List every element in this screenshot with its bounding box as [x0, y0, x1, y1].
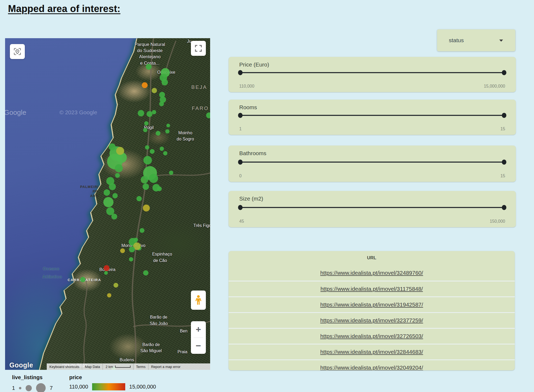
attribution-link[interactable]: Keyboard shortcuts — [47, 363, 82, 370]
listing-marker[interactable] — [159, 101, 164, 106]
slider-track[interactable] — [240, 162, 504, 163]
listing-url-link[interactable]: https://www.idealista.pt/imovel/32489760… — [320, 270, 423, 276]
listing-marker[interactable] — [165, 129, 170, 134]
listing-marker[interactable] — [129, 257, 133, 261]
listing-url-link[interactable]: https://www.idealista.pt/imovel/32377259… — [320, 317, 423, 324]
listing-marker[interactable] — [143, 156, 152, 164]
map-label-wm: Google — [5, 108, 26, 117]
listing-marker[interactable] — [144, 121, 148, 126]
listing-marker[interactable] — [138, 110, 144, 116]
slider-handle-min[interactable] — [238, 113, 243, 118]
pegman-button[interactable] — [191, 291, 206, 310]
legend-size-max: 7 — [50, 385, 53, 391]
slider-max-value: 15 — [500, 127, 505, 131]
listing-marker[interactable] — [104, 189, 110, 196]
listing-marker[interactable] — [152, 88, 157, 93]
slider-max-value: 150,000 — [490, 219, 505, 224]
slider-track[interactable] — [240, 207, 504, 208]
select-area-button[interactable] — [10, 44, 25, 59]
listing-marker[interactable] — [116, 147, 124, 155]
listing-url-link[interactable]: https://www.idealista.pt/imovel/32726503… — [320, 333, 423, 339]
listing-marker[interactable] — [143, 270, 148, 276]
listing-marker[interactable] — [140, 228, 144, 233]
map-label-big: Alentejano — [139, 54, 160, 60]
slider-track[interactable] — [240, 72, 504, 73]
listing-marker[interactable] — [143, 183, 149, 190]
attribution-label: 2 km — [105, 365, 113, 369]
listing-marker[interactable] — [80, 277, 85, 282]
listing-url-link[interactable]: https://www.idealista.pt/imovel/31175848… — [320, 286, 423, 292]
listing-marker[interactable] — [163, 151, 167, 155]
listing-marker[interactable] — [142, 82, 148, 88]
fullscreen-icon — [194, 44, 202, 52]
listing-marker[interactable] — [107, 293, 111, 297]
listing-marker[interactable] — [111, 214, 117, 219]
listing-marker[interactable] — [145, 145, 149, 150]
zoom-in-button[interactable]: + — [191, 321, 206, 338]
listing-marker[interactable] — [129, 246, 135, 252]
legend-size-circle — [26, 385, 32, 391]
slider-min-value: 1 — [239, 127, 242, 131]
slider-handle-max[interactable] — [502, 113, 506, 118]
listing-marker[interactable] — [169, 171, 173, 175]
listing-marker[interactable] — [143, 205, 150, 211]
listing-marker[interactable] — [206, 112, 210, 118]
listing-marker[interactable] — [156, 131, 160, 136]
slider-max-value: 15,000,000 — [484, 84, 505, 89]
listing-marker[interactable] — [113, 283, 118, 288]
listing-marker[interactable] — [109, 183, 116, 190]
listing-marker[interactable] — [112, 193, 118, 198]
map-label-place: Espinhaço — [152, 252, 172, 257]
status-dropdown[interactable]: status — [437, 29, 515, 51]
listing-marker[interactable] — [166, 124, 170, 127]
slider-handle-max[interactable] — [502, 205, 506, 210]
listing-marker[interactable] — [162, 79, 168, 85]
listing-marker[interactable] — [149, 174, 158, 183]
listing-marker[interactable] — [143, 128, 147, 132]
legend-price-scale: 110,000 15,000,000 — [69, 383, 156, 390]
legend-price-group: price 110,000 15,000,000 — [69, 374, 156, 392]
listing-marker[interactable] — [115, 164, 123, 172]
listing-marker[interactable] — [141, 176, 148, 183]
listing-marker[interactable] — [160, 147, 164, 151]
fullscreen-button[interactable] — [191, 41, 206, 56]
slider-track[interactable] — [240, 115, 504, 116]
attribution-link[interactable]: Terms — [133, 363, 148, 370]
status-dropdown-label: status — [449, 37, 464, 44]
legend-size-scale: 1 7 — [12, 383, 53, 392]
listing-url-link[interactable]: https://www.idealista.pt/imovel/31942587… — [320, 301, 423, 308]
listing-marker[interactable] — [115, 173, 120, 178]
slider-handle-max[interactable] — [502, 70, 506, 75]
map-canvas[interactable]: Parque Naturaldo SudoesteAlentejanoe Cos… — [5, 38, 210, 370]
listing-marker[interactable] — [157, 186, 162, 191]
listing-marker[interactable] — [146, 64, 152, 70]
listing-marker[interactable] — [150, 149, 155, 154]
caret-down-icon — [499, 40, 503, 42]
listing-marker[interactable] — [104, 265, 109, 271]
filter-panel-rooms: Rooms115 — [229, 100, 516, 135]
slider-handle-max[interactable] — [502, 160, 506, 165]
map-label-place: de Cão — [153, 258, 167, 263]
zoom-out-button[interactable]: − — [191, 338, 206, 354]
table-row: https://www.idealista.pt/imovel/31942587… — [229, 296, 515, 312]
attribution-link[interactable]: Map Data — [82, 363, 103, 370]
attribution-link[interactable]: Report a map error — [148, 363, 183, 370]
map-label-region: FARO — [192, 105, 209, 111]
slider-handle-min[interactable] — [238, 205, 243, 210]
slider-handle-min[interactable] — [238, 70, 243, 75]
zoom-control: + − — [191, 321, 206, 354]
map-scale[interactable]: 2 km — [103, 363, 133, 370]
listing-marker[interactable] — [109, 143, 116, 150]
listing-url-link[interactable]: https://www.idealista.pt/imovel/32844683… — [320, 349, 423, 355]
listing-marker[interactable] — [152, 110, 156, 114]
listing-marker[interactable] — [103, 197, 113, 207]
listing-marker[interactable] — [104, 271, 108, 275]
scale-bar-icon — [115, 366, 131, 368]
listing-url-link[interactable]: https://www.idealista.pt/imovel/32049204… — [320, 364, 423, 370]
legend: live_listings 1 7 price 110,000 15,000,0… — [12, 374, 156, 392]
map-label-region: BEJA — [191, 84, 207, 90]
listing-marker[interactable] — [120, 248, 125, 253]
listing-marker[interactable] — [147, 111, 152, 117]
slider-handle-min[interactable] — [238, 160, 243, 165]
listing-marker[interactable] — [136, 196, 142, 201]
